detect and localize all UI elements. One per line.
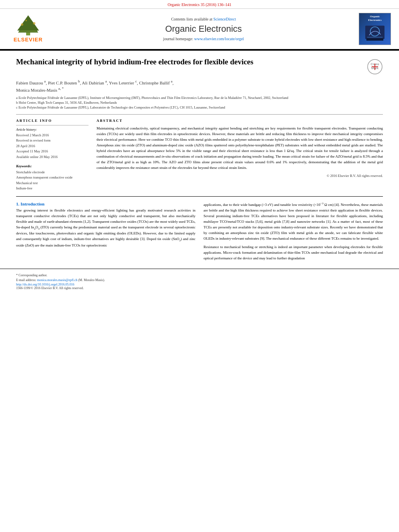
affil-divider <box>16 114 383 115</box>
svg-rect-10 <box>366 39 383 41</box>
keyword-4: Indium-free <box>16 186 88 191</box>
svg-point-5 <box>33 22 35 25</box>
email-link[interactable]: monica.morales.masis@epfl.ch <box>37 278 77 282</box>
homepage-line: journal homepage: www.elsevier.com/locat… <box>56 37 351 41</box>
footer-section: * Corresponding author. E-mail address: … <box>0 269 399 293</box>
available-date: Available online 20 May 2016 <box>16 154 88 160</box>
journal-citation-text: Organic Electronics 35 (2016) 136–141 <box>168 2 232 7</box>
svg-marker-3 <box>17 15 39 31</box>
keywords-label: Keywords: <box>16 164 88 168</box>
author-fabien: Fabien Dauzou <box>16 80 44 85</box>
svg-point-6 <box>25 20 27 21</box>
article-info-divider <box>16 125 88 125</box>
elsevier-brand-text: ELSEVIER <box>14 37 43 43</box>
elsevier-logo: ELSEVIER <box>8 13 48 45</box>
contents-available-line: Contents lists available at ScienceDirec… <box>56 17 351 21</box>
journal-cover-image: Organic Electronics <box>359 13 391 45</box>
email-label: E-mail address: <box>16 278 36 282</box>
sciencedirect-link[interactable]: ScienceDirect <box>213 17 236 21</box>
journal-title: Organic Electronics <box>56 24 351 34</box>
article-history: Article history: Received 2 March 2016 R… <box>16 127 88 160</box>
journal-center: Contents lists available at ScienceDirec… <box>48 17 359 41</box>
info-abstract-section: ARTICLE INFO Article history: Received 2… <box>16 119 383 191</box>
keyword-1: Stretchable electrode <box>16 170 88 175</box>
body-divider <box>16 196 383 197</box>
abstract-title: ABSTRACT <box>97 119 383 123</box>
main-content: 1. Introduction The growing interest in … <box>0 201 399 265</box>
main-col-left: 1. Introduction The growing interest in … <box>16 201 195 265</box>
intro-para2: applications, due to their wide bandgap … <box>204 201 383 242</box>
keywords-section: Keywords: Stretchable electrode Amorphou… <box>16 164 88 191</box>
affil-a: a Ecole Polytechnique Fédérale de Lausan… <box>16 96 383 101</box>
main-col-right: applications, due to their wide bandgap … <box>204 201 383 265</box>
corresponding-note: * Corresponding author. <box>16 273 383 278</box>
section-1-title: 1. Introduction <box>16 201 195 206</box>
intro-para1: The growing interest in flexible electro… <box>16 208 195 249</box>
article-info-title: ARTICLE INFO <box>16 119 88 123</box>
affil-b: b Holst Centre, High Tech Campus 31, 565… <box>16 101 383 105</box>
intro-para3: Resistance to mechanical bending or stre… <box>204 244 383 261</box>
cover-line1: Organic <box>368 15 381 18</box>
email-suffix: (M. Morales-Masis). <box>78 278 105 282</box>
abstract-body: Maintaining electrical conductivity, opt… <box>97 126 383 171</box>
keyword-2: Amorphous transparent conductive oxide <box>16 175 88 181</box>
crossmark-icon: Cross Mark <box>367 59 383 75</box>
issn-line: 1566-1199/© 2016 Elsevier B.V. All right… <box>16 286 383 290</box>
doi-line: http://dx.doi.org/10.1016/j.orgel.2016.0… <box>16 283 383 286</box>
section-title-text: Introduction <box>21 201 45 206</box>
author-monica: Monica Morales-Masis <box>16 88 58 92</box>
affiliations: a Ecole Polytechnique Fédérale de Lausan… <box>16 96 383 110</box>
abstract-col: ABSTRACT Maintaining electrical conducti… <box>97 119 383 191</box>
authors-line: Fabien Dauzou a, Piet C.P. Bouten b, Ali… <box>16 79 383 93</box>
email-note: E-mail address: monica.morales.masis@epf… <box>16 278 383 283</box>
revised-date: Received in revised form <box>16 138 88 144</box>
doi-link[interactable]: http://dx.doi.org/10.1016/j.orgel.2016.0… <box>16 283 74 286</box>
section-num: 1. <box>16 201 19 206</box>
article-body: Mechanical integrity of hybrid indium-fr… <box>0 51 399 191</box>
copyright-line: © 2016 Elsevier B.V. All rights reserved… <box>97 174 383 178</box>
article-title: Mechanical integrity of hybrid indium-fr… <box>16 57 253 67</box>
article-title-section: Mechanical integrity of hybrid indium-fr… <box>16 57 383 75</box>
homepage-url[interactable]: www.elsevier.com/locate/orgel <box>194 37 244 41</box>
keyword-3: Mechanical test <box>16 181 88 186</box>
journal-citation-bar: Organic Electronics 35 (2016) 136–141 <box>0 0 399 9</box>
accepted-date: Accepted 11 May 2016 <box>16 149 88 154</box>
affil-c: c Ecole Polytechnique Fédérale de Lausan… <box>16 105 383 110</box>
received-date: Received 2 March 2016 <box>16 133 88 138</box>
corresponding-label: * Corresponding author. <box>16 273 47 277</box>
revised-date2: 28 April 2016 <box>16 144 88 149</box>
history-label: Article history: <box>16 127 37 131</box>
svg-point-4 <box>21 23 23 26</box>
cover-line2: Electronics <box>368 18 381 22</box>
journal-header: ELSEVIER Contents lists available at Sci… <box>0 9 399 50</box>
article-info-col: ARTICLE INFO Article history: Received 2… <box>16 119 88 191</box>
homepage-label: journal homepage: <box>163 37 193 41</box>
main-two-col: 1. Introduction The growing interest in … <box>16 201 383 265</box>
contents-text: Contents lists available at <box>171 17 212 21</box>
